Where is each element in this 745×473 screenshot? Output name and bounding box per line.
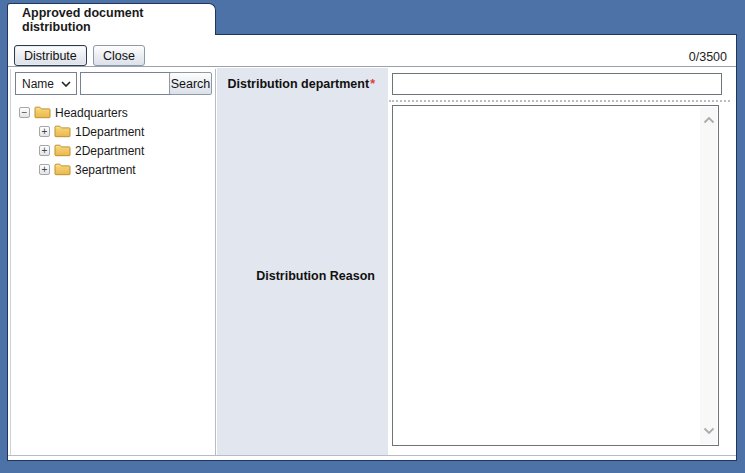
main-area: Name Search − Headquarters + xyxy=(8,68,736,456)
scroll-up-icon[interactable] xyxy=(703,116,715,124)
search-button[interactable]: Search xyxy=(169,72,212,95)
divider xyxy=(389,100,730,102)
folder-icon xyxy=(34,106,51,119)
char-counter: 0/3500 xyxy=(689,50,727,64)
department-tree: − Headquarters + 1Department + xyxy=(15,103,213,179)
form-inputs-panel xyxy=(388,68,736,455)
screen: { "window": { "tab_title": "Approved doc… xyxy=(0,0,745,473)
tree-node-2department[interactable]: + 2Department xyxy=(15,141,213,160)
folder-icon xyxy=(54,163,71,176)
tree-node-3epartment[interactable]: + 3epartment xyxy=(15,160,213,179)
expand-toggle-icon[interactable]: + xyxy=(39,164,50,175)
scroll-down-icon[interactable] xyxy=(703,427,715,435)
tree-node-label: 2Department xyxy=(75,144,144,158)
collapse-toggle-icon[interactable]: − xyxy=(19,107,30,118)
tab-approved-document-distribution[interactable]: Approved document distribution xyxy=(7,3,216,35)
tree-node-1department[interactable]: + 1Department xyxy=(15,122,213,141)
scrollbar[interactable] xyxy=(700,107,717,444)
tree-node-label: 3epartment xyxy=(75,163,136,177)
distribution-reason-textarea[interactable] xyxy=(392,105,719,446)
distribution-reason-label-text: Distribution Reason xyxy=(256,269,375,283)
search-filter-value: Name xyxy=(22,77,54,91)
expand-toggle-icon[interactable]: + xyxy=(39,145,50,156)
distribute-button[interactable]: Distribute xyxy=(14,45,87,66)
distribution-department-label-text: Distribution department xyxy=(227,77,369,91)
distribution-department-input[interactable] xyxy=(392,73,722,95)
toolbar: Distribute Close 0/3500 xyxy=(8,35,736,67)
search-input[interactable] xyxy=(80,72,173,95)
window-content: Distribute Close 0/3500 Name Search − xyxy=(7,34,737,461)
required-marker: * xyxy=(370,77,375,91)
org-tree-panel: Name Search − Headquarters + xyxy=(10,69,216,455)
tree-node-label: 1Department xyxy=(75,125,144,139)
close-button[interactable]: Close xyxy=(93,45,145,66)
tree-node-headquarters[interactable]: − Headquarters xyxy=(15,103,213,122)
search-row: Name Search xyxy=(14,72,212,95)
folder-icon xyxy=(54,125,71,138)
distribution-reason-label: Distribution Reason xyxy=(217,269,375,283)
expand-toggle-icon[interactable]: + xyxy=(39,126,50,137)
chevron-down-icon xyxy=(61,81,71,87)
search-filter-select[interactable]: Name xyxy=(15,72,77,95)
tree-node-label: Headquarters xyxy=(55,106,128,120)
form-labels-panel: Distribution department* Distribution Re… xyxy=(217,68,388,455)
distribution-department-label: Distribution department* xyxy=(217,77,375,91)
tab-title: Approved document distribution xyxy=(22,6,215,34)
folder-icon xyxy=(54,144,71,157)
